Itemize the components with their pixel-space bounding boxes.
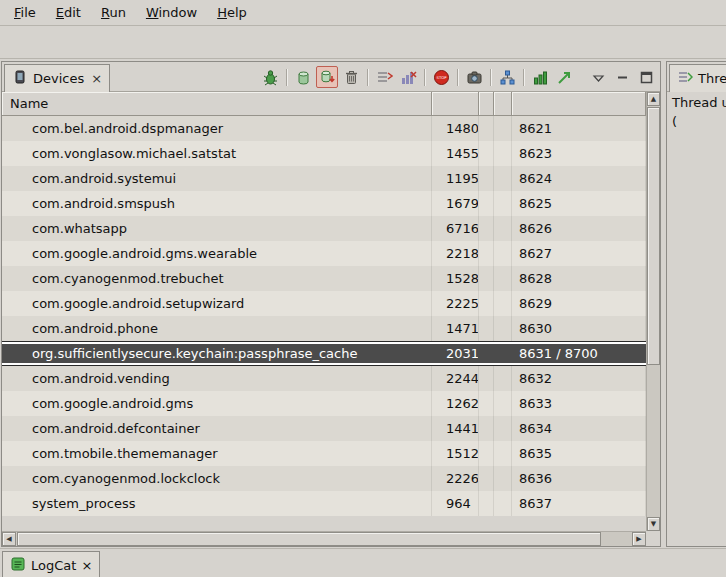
- process-name-cell: com.android.phone: [2, 316, 432, 341]
- toolbar-separator: [523, 69, 524, 86]
- empty-cell: [494, 441, 512, 466]
- tab-logcat[interactable]: LogCat ×: [2, 551, 100, 577]
- toolbar-separator: [424, 69, 425, 86]
- column-header-empty[interactable]: [494, 92, 512, 116]
- empty-cell: [479, 391, 494, 416]
- table-row[interactable]: com.android.smspush16798625: [2, 191, 646, 216]
- table-row[interactable]: com.google.android.gms126238633: [2, 391, 646, 416]
- process-name-cell: com.cyanogenmod.trebuchet: [2, 266, 432, 291]
- toolbar-separator: [457, 69, 458, 86]
- table-row[interactable]: com.cyanogenmod.lockclock222658636: [2, 466, 646, 491]
- menu-item-run[interactable]: Run: [91, 0, 136, 25]
- column-header-empty[interactable]: [479, 92, 494, 116]
- pid-cell: 1480: [432, 116, 479, 141]
- update-threads-icon[interactable]: [373, 66, 395, 88]
- empty-cell: [479, 141, 494, 166]
- port-cell: 8623: [512, 141, 646, 166]
- pid-cell: 1528: [432, 266, 479, 291]
- debug-process-icon[interactable]: [259, 66, 281, 88]
- maximize-icon[interactable]: [635, 66, 657, 88]
- menu-item-window[interactable]: Window: [136, 0, 207, 25]
- method-profiling-icon[interactable]: [397, 66, 419, 88]
- scroll-up-button[interactable]: ▲: [647, 92, 660, 106]
- column-header-pid[interactable]: [432, 92, 479, 116]
- bar-chart-icon[interactable]: [529, 66, 551, 88]
- pid-cell: 14553: [432, 141, 479, 166]
- cause-gc-icon[interactable]: [340, 66, 362, 88]
- menu-item-edit[interactable]: Edit: [46, 0, 91, 25]
- threads-tab-bar: Threads: [667, 62, 726, 92]
- port-cell: 8630: [512, 316, 646, 341]
- horizontal-scrollbar-thumb[interactable]: [17, 532, 601, 546]
- menu-item-file[interactable]: File: [4, 0, 46, 25]
- scrollbar-corner: [646, 531, 660, 546]
- vertical-scrollbar-thumb[interactable]: [647, 107, 660, 365]
- table-row[interactable]: com.android.phone14718630: [2, 316, 646, 341]
- empty-cell: [494, 216, 512, 241]
- threads-tab-label: Threads: [698, 71, 726, 86]
- process-name-cell: com.whatsapp: [2, 216, 432, 241]
- table-row[interactable]: system_process9648637: [2, 491, 646, 516]
- table-row[interactable]: com.bel.android.dspmanager14808621: [2, 116, 646, 141]
- port-cell: 8635: [512, 441, 646, 466]
- table-row[interactable]: com.android.defcontainer144118634: [2, 416, 646, 441]
- column-header-port[interactable]: [512, 92, 646, 116]
- toolbar-separator: [286, 69, 287, 86]
- table-row[interactable]: com.google.android.setupwizard222508629: [2, 291, 646, 316]
- process-name-cell: com.android.defcontainer: [2, 416, 432, 441]
- scroll-down-button[interactable]: ▼: [647, 517, 660, 531]
- process-name-cell: com.vonglasow.michael.satstat: [2, 141, 432, 166]
- port-cell: 8625: [512, 191, 646, 216]
- view-menu-chevron-icon[interactable]: [587, 66, 609, 88]
- screen-capture-icon[interactable]: [463, 66, 485, 88]
- update-heap-icon[interactable]: [292, 66, 314, 88]
- threads-panel: Threads Thread up (: [666, 61, 726, 547]
- table-row[interactable]: com.android.systemui11958624: [2, 166, 646, 191]
- diagonal-arrow-icon[interactable]: [553, 66, 575, 88]
- tab-threads[interactable]: Threads: [669, 64, 726, 92]
- table-row[interactable]: com.tmobile.thememanager15128635: [2, 441, 646, 466]
- port-cell: 8626: [512, 216, 646, 241]
- table-row[interactable]: org.sufficientlysecure.keychain:passphra…: [2, 341, 646, 366]
- logcat-panel: LogCat ×: [0, 548, 726, 577]
- pid-cell: 22250: [432, 291, 479, 316]
- port-cell: 8621: [512, 116, 646, 141]
- process-name-cell: system_process: [2, 491, 432, 516]
- close-icon[interactable]: ×: [89, 71, 102, 86]
- port-cell: 8628: [512, 266, 646, 291]
- column-header-name[interactable]: Name: [2, 92, 432, 116]
- empty-cell: [479, 166, 494, 191]
- port-cell: 8627: [512, 241, 646, 266]
- table-row[interactable]: com.vonglasow.michael.satstat145538623: [2, 141, 646, 166]
- port-cell: 8637: [512, 491, 646, 516]
- empty-cell: [479, 342, 494, 365]
- scroll-right-button[interactable]: ▶: [632, 532, 646, 546]
- table-row[interactable]: com.whatsapp67168626: [2, 216, 646, 241]
- process-name-cell: com.cyanogenmod.lockclock: [2, 466, 432, 491]
- minimize-icon[interactable]: [611, 66, 633, 88]
- view-hierarchy-icon[interactable]: [496, 66, 518, 88]
- empty-cell: [494, 316, 512, 341]
- tab-devices[interactable]: Devices ×: [4, 64, 110, 92]
- devices-toolbar: STOP: [259, 65, 657, 89]
- empty-cell: [494, 342, 512, 365]
- dump-hprof-icon[interactable]: [316, 66, 338, 88]
- port-cell: 8624: [512, 166, 646, 191]
- stop-process-icon[interactable]: STOP: [430, 66, 452, 88]
- pid-cell: 14411: [432, 416, 479, 441]
- port-cell: 8632: [512, 366, 646, 391]
- table-row[interactable]: com.cyanogenmod.trebuchet15288628: [2, 266, 646, 291]
- table-row[interactable]: com.android.vending224408632: [2, 366, 646, 391]
- empty-cell: [494, 241, 512, 266]
- empty-cell: [479, 416, 494, 441]
- vertical-scrollbar[interactable]: ▲ ▼: [646, 92, 660, 531]
- process-name-cell: org.sufficientlysecure.keychain:passphra…: [2, 342, 432, 365]
- scroll-left-button[interactable]: ◀: [2, 532, 16, 546]
- menu-item-help[interactable]: Help: [207, 0, 257, 25]
- empty-cell: [479, 216, 494, 241]
- devices-panel: Devices × STOP Name com.bel.android.dspm…: [1, 61, 661, 547]
- port-cell: 8631 / 8700: [512, 342, 646, 365]
- horizontal-scrollbar[interactable]: ◀ ▶: [2, 531, 646, 546]
- close-icon[interactable]: ×: [81, 558, 92, 573]
- table-row[interactable]: com.google.android.gms.wearable221858627: [2, 241, 646, 266]
